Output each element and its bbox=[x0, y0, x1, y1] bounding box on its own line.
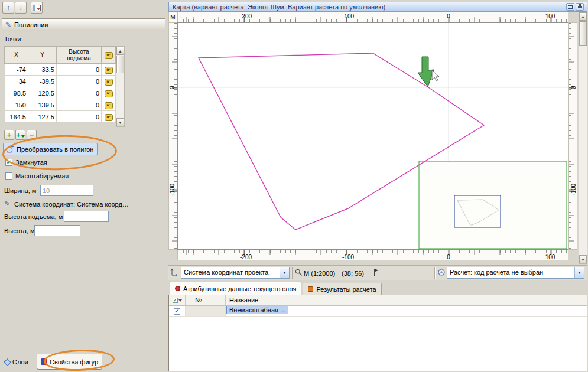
cell-pick[interactable]: ☛ bbox=[102, 111, 116, 123]
scalable-checkbox[interactable] bbox=[5, 172, 12, 180]
points-table-scrollbar[interactable]: ▲ ▼ bbox=[116, 46, 125, 127]
coordinate-system-combo[interactable]: Система координат проекта ▼ bbox=[181, 267, 290, 279]
cell-x[interactable]: -164.5 bbox=[5, 111, 28, 123]
map-canvas[interactable] bbox=[177, 22, 568, 250]
flag-icon[interactable] bbox=[373, 268, 379, 276]
pencil-icon: ✎ bbox=[5, 21, 11, 29]
name-column-header[interactable]: Название bbox=[226, 295, 587, 305]
row-name-value[interactable]: Внемасштабная ... bbox=[227, 306, 288, 314]
row-checkbox[interactable]: ✔ bbox=[174, 308, 180, 315]
polyline-section-header[interactable]: ✎ Полилинии bbox=[2, 18, 165, 31]
ruler-label: 100 bbox=[538, 254, 562, 260]
ruler-ticks-major bbox=[569, 23, 574, 249]
cursor-coordinates-value: (38; 56) bbox=[342, 270, 364, 277]
cell-y[interactable]: -139.5 bbox=[28, 99, 57, 111]
column-pick[interactable]: ☛ bbox=[102, 47, 116, 64]
cell-height[interactable]: 0 bbox=[57, 64, 102, 76]
column-height[interactable]: Высота подъема bbox=[57, 47, 102, 64]
cell-x[interactable]: -98.5 bbox=[5, 87, 28, 99]
filter-column-header[interactable]: ✔ bbox=[169, 295, 186, 305]
points-table: X Y Высота подъема ☛ -74 33.5 0 ☛ 34 -39… bbox=[4, 46, 116, 123]
closed-checkbox[interactable]: ✔ bbox=[5, 159, 12, 166]
row-check-cell[interactable]: ✔ bbox=[169, 306, 186, 316]
restore-window-button[interactable] bbox=[566, 3, 574, 11]
number-column-header[interactable]: № bbox=[186, 295, 226, 305]
row-number-cell[interactable] bbox=[186, 306, 226, 316]
section-title: Полилинии bbox=[14, 21, 48, 28]
cell-height[interactable]: 0 bbox=[57, 111, 102, 123]
ruler-label: 0 bbox=[437, 13, 460, 19]
scroll-down-icon[interactable]: ▼ bbox=[116, 118, 124, 126]
pin-window-button[interactable] bbox=[576, 3, 584, 11]
tab-layers[interactable]: Слои bbox=[1, 354, 32, 370]
cell-height[interactable]: 0 bbox=[57, 76, 102, 87]
add-point-button[interactable]: + bbox=[4, 130, 14, 140]
calculation-combo[interactable]: Расчет: код расчета не выбран ▼ bbox=[447, 267, 584, 279]
convert-to-polygon-button[interactable]: Преобразовать в полигон bbox=[3, 143, 98, 155]
chevron-down-icon[interactable]: ▼ bbox=[574, 267, 584, 278]
tab-attribute-data[interactable]: Атрибутивные данные текущего слоя bbox=[170, 282, 301, 295]
cell-y[interactable]: 33.5 bbox=[28, 64, 57, 76]
map-scale-value: М (1:2000) bbox=[304, 270, 335, 277]
cell-height[interactable]: 0 bbox=[57, 99, 102, 111]
ruler-label: 0 bbox=[169, 77, 177, 98]
chevron-down-icon[interactable]: ▼ bbox=[280, 267, 289, 278]
row-name-cell[interactable]: Внемасштабная ... bbox=[226, 306, 587, 316]
cell-pick[interactable]: ☛ bbox=[102, 76, 116, 87]
width-input[interactable] bbox=[40, 185, 93, 196]
add-points-from-map-button[interactable]: + bbox=[15, 130, 25, 140]
height-input[interactable] bbox=[34, 225, 80, 236]
scalable-checkbox-label[interactable]: Масштабируемая bbox=[15, 172, 69, 180]
height-label: Высота, м bbox=[4, 227, 34, 234]
cell-x[interactable]: -74 bbox=[5, 64, 28, 76]
cell-height[interactable]: 0 bbox=[57, 87, 102, 99]
panel-bottom-separator bbox=[0, 353, 167, 353]
point-row: 34 -39.5 0 ☛ bbox=[5, 76, 116, 87]
funnel-icon bbox=[178, 299, 182, 302]
map-window-titlebar[interactable]: Карта (вариант расчета: Эколог-Шум. Вари… bbox=[168, 2, 587, 12]
closed-checkbox-label[interactable]: Замкнутая bbox=[15, 159, 47, 166]
cell-pick[interactable]: ☛ bbox=[102, 64, 116, 76]
attribute-row[interactable]: ✔ Внемасштабная ... bbox=[169, 306, 587, 317]
scroll-up-icon[interactable]: ▲ bbox=[116, 47, 124, 55]
point-row: -164.5 -127.5 0 ☛ bbox=[5, 111, 116, 123]
calculation-results-icon bbox=[308, 286, 313, 292]
tab-attribute-data-label: Атрибутивные данные текущего слоя bbox=[183, 285, 296, 292]
cell-y[interactable]: -120.5 bbox=[28, 87, 57, 99]
cell-pick[interactable]: ☛ bbox=[102, 87, 116, 99]
map-vertical-scrollbar[interactable]: ▲ ▼ bbox=[579, 12, 587, 264]
calculation-icon bbox=[437, 268, 446, 276]
map-drawing bbox=[178, 23, 568, 249]
pick-point-icon: ☛ bbox=[105, 67, 113, 74]
scrollbar-thumb[interactable] bbox=[116, 56, 124, 73]
coordinate-system-icon: ✎ bbox=[4, 200, 10, 208]
scroll-up-icon[interactable]: ▲ bbox=[579, 12, 587, 21]
show-on-map-button[interactable] bbox=[31, 2, 43, 14]
attribute-data-icon bbox=[175, 286, 180, 291]
tab-calculation-results[interactable]: Результаты расчета bbox=[303, 283, 381, 295]
lift-height-input[interactable] bbox=[64, 211, 109, 222]
cell-x[interactable]: 34 bbox=[5, 76, 28, 87]
move-point-up-button[interactable]: ↑ bbox=[2, 2, 14, 14]
calculation-value: Расчет: код расчета не выбран bbox=[447, 267, 574, 278]
tab-layers-label: Слои bbox=[12, 358, 28, 366]
coordinate-system-link[interactable]: Система координат: Система коорд… bbox=[14, 201, 163, 208]
column-y[interactable]: Y bbox=[28, 47, 57, 64]
cell-x[interactable]: -150 bbox=[5, 99, 28, 111]
overview-frame-rect bbox=[419, 161, 567, 249]
tab-shape-properties[interactable]: Свойства фигур bbox=[37, 354, 102, 370]
ruler-unit-corner: М bbox=[168, 12, 177, 22]
scrollbar-thumb[interactable] bbox=[579, 21, 587, 46]
cell-y[interactable]: -127.5 bbox=[28, 111, 57, 123]
column-x[interactable]: X bbox=[5, 47, 28, 64]
move-point-down-button[interactable]: ↓ bbox=[15, 2, 27, 14]
cell-pick[interactable]: ☛ bbox=[102, 99, 116, 111]
scroll-down-icon[interactable]: ▼ bbox=[579, 255, 587, 263]
ruler-label: -200 bbox=[234, 13, 258, 19]
remove-point-button[interactable]: − bbox=[27, 130, 37, 140]
mouse-cursor-icon bbox=[432, 70, 439, 81]
cell-y[interactable]: -39.5 bbox=[28, 76, 57, 87]
statusbar-separator bbox=[292, 267, 293, 279]
ruler-ticks-major bbox=[172, 23, 177, 249]
layers-icon bbox=[4, 358, 11, 366]
